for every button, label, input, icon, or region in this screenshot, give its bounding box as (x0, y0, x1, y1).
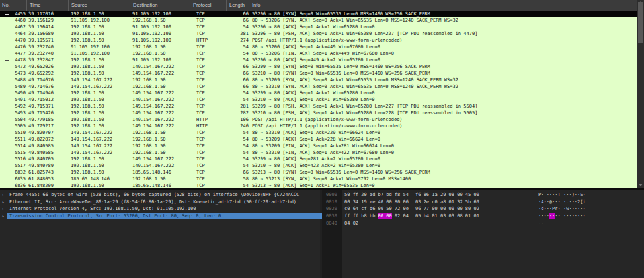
packet-row[interactable]: 549249.715371192.168.1.50149.154.167.222… (0, 103, 637, 110)
cell-info: 53209 → 80 [ACK] Seq=1 Ack=1 Win=65280 L… (249, 90, 637, 96)
packet-row[interactable]: 683561.848053185.65.148.146192.168.1.50T… (0, 176, 637, 182)
expand-arrow-icon[interactable]: ▸ (2, 191, 5, 199)
scrollbar-down-arrow-icon[interactable] (639, 184, 643, 186)
column-header-time[interactable]: Time (26, 0, 68, 11)
packet-row[interactable]: 548849.714676149.154.167.222192.168.1.50… (0, 77, 637, 83)
ascii-group: ········ (538, 213, 561, 220)
cell-protocol: TCP (190, 44, 226, 50)
cell-info: 80 → 53213 [SYN, ACK] Seq=0 Ack=1 Win=57… (249, 176, 637, 182)
cell-destination: 149.154.167.222 (130, 116, 190, 123)
cell-length: 58 (226, 176, 249, 182)
packet-row-selected[interactable]: 445539.117016192.168.1.5091.105.192.100T… (0, 11, 637, 17)
hex-offset: 0030 (326, 213, 337, 220)
packet-list-scrollbar[interactable] (637, 0, 644, 188)
cell-length: 54 (226, 57, 249, 63)
packet-row[interactable]: 683261.825743192.168.1.50185.65.148.146T… (0, 169, 637, 176)
cell-no: 5505 (0, 123, 26, 129)
cell-time: 39.195571 (26, 37, 68, 44)
cell-time: 61.848053 (26, 176, 68, 182)
detail-row[interactable]: ▸Frame 4455: 66 bytes on wire (528 bits)… (0, 191, 320, 199)
packet-row[interactable]: 447039.195571192.168.1.5091.105.192.100H… (0, 37, 637, 44)
packet-row[interactable]: 447839.232847192.168.1.5091.105.192.100T… (0, 57, 637, 63)
expand-arrow-icon[interactable]: ▸ (2, 205, 5, 213)
packet-row[interactable]: 549349.715426192.168.1.50149.154.167.222… (0, 110, 637, 116)
cell-length: 54 (226, 182, 249, 188)
column-header-no[interactable]: No. (0, 0, 26, 11)
column-header-length[interactable]: Length (226, 0, 249, 11)
cell-info: 53209 → 80 [SYN] Seq=0 Win=65535 Len=0 M… (249, 63, 637, 70)
packet-row[interactable]: 551449.840585149.154.167.222192.168.1.50… (0, 143, 637, 149)
packet-row[interactable]: 446439.156689192.168.1.5091.105.192.100T… (0, 30, 637, 37)
packet-row[interactable]: 551549.840585149.154.167.222192.168.1.50… (0, 149, 637, 156)
hex-row[interactable]: 0020c0 64 cf d6 00 50 72 0e96 77 00 00 0… (322, 205, 644, 213)
column-header-protocol[interactable]: Protocol (190, 0, 226, 11)
cell-time: 49.715426 (26, 110, 68, 116)
hex-bytes-group: 04 02 (344, 220, 358, 227)
cell-info: 80 → 53206 [SYN, ACK] Seq=0 Ack=1 Win=65… (249, 17, 637, 24)
cell-destination: 149.154.167.222 (130, 63, 190, 70)
detail-row-text: Internet Protocol Version 4, Src: 192.16… (9, 205, 196, 213)
hex-offset: 0000 (326, 191, 337, 199)
packet-row[interactable]: 550449.779185192.168.1.50149.154.167.222… (0, 116, 637, 123)
packet-row[interactable]: 549149.715012192.168.1.50149.154.167.222… (0, 96, 637, 103)
column-header-info[interactable]: Info (249, 0, 637, 11)
cell-time: 49.840789 (26, 162, 68, 169)
cell-destination: 91.105.192.100 (130, 57, 190, 63)
cell-no: 6835 (0, 176, 26, 182)
hex-row[interactable]: 000050 ff 20 ad b7 bd f8 54f6 86 1a 29 0… (322, 191, 644, 199)
packet-row[interactable]: 551049.820707149.154.167.222192.168.1.50… (0, 129, 637, 136)
cell-time: 49.779217 (26, 123, 68, 129)
packet-row[interactable]: 447639.23274091.105.192.100192.168.1.50T… (0, 44, 637, 50)
cell-destination: 149.154.167.222 (130, 156, 190, 162)
hex-row[interactable]: 001000 34 19 ee 40 00 80 0603 2e c0 a8 0… (322, 199, 644, 206)
cell-protocol: TCP (190, 30, 226, 37)
packet-row[interactable]: 683661.848209192.168.1.50185.65.148.146T… (0, 182, 637, 188)
cell-protocol: TCP (190, 63, 226, 70)
cell-protocol: HTTP (190, 37, 226, 44)
cell-protocol: HTTP (190, 123, 226, 129)
cell-length: 246 (226, 123, 249, 129)
scrollbar-thumb[interactable] (638, 2, 643, 43)
cell-source: 192.168.1.50 (68, 70, 130, 77)
detail-row[interactable]: ▸Ethernet II, Src: AzureWaveTec_86:1a:29… (0, 199, 320, 206)
expand-arrow-icon[interactable]: ▸ (2, 213, 5, 220)
packet-row[interactable]: 550549.779217192.168.1.50149.154.167.222… (0, 123, 637, 129)
column-header-destination[interactable]: Destination (130, 0, 190, 11)
hex-bytes-group: 00 34 19 ee 40 00 80 06 (344, 199, 409, 206)
packet-row[interactable]: 447739.23274091.105.192.100192.168.1.50T… (0, 50, 637, 57)
cell-source: 149.154.167.222 (68, 77, 130, 83)
hex-row[interactable]: 004004 02·· (322, 220, 644, 227)
cell-source: 192.168.1.50 (68, 116, 130, 123)
packet-row[interactable]: 551149.822072149.154.167.222192.168.1.50… (0, 136, 637, 143)
packet-row[interactable]: 446239.156414192.168.1.5091.105.192.100T… (0, 24, 637, 30)
packet-row[interactable]: 551749.840789192.168.1.50149.154.167.222… (0, 162, 637, 169)
cell-source: 192.168.1.50 (68, 110, 130, 116)
packet-row[interactable]: 549049.714946192.168.1.50149.154.167.222… (0, 90, 637, 96)
packet-row[interactable]: 551649.840705192.168.1.50149.154.167.222… (0, 156, 637, 162)
cell-source: 192.168.1.50 (68, 63, 130, 70)
hex-bytes-group: c0 64 cf d6 00 50 72 0e (344, 205, 409, 213)
cell-time: 39.117016 (26, 11, 68, 17)
packet-row[interactable]: 547249.652026192.168.1.50149.154.167.222… (0, 63, 637, 70)
cell-length: 66 (226, 63, 249, 70)
cell-source: 91.105.192.100 (68, 17, 130, 24)
detail-row[interactable]: ▸Internet Protocol Version 4, Src: 192.1… (0, 205, 320, 213)
cell-no: 5491 (0, 96, 26, 103)
packet-row[interactable]: 547349.652292192.168.1.50149.154.167.222… (0, 70, 637, 77)
cell-protocol: TCP (190, 129, 226, 136)
detail-row-selected[interactable]: ▸Transmission Control Protocol, Src Port… (0, 213, 320, 220)
ascii-group: P· ····T (538, 191, 561, 199)
column-header-source[interactable]: Source (68, 0, 130, 11)
cell-no: 5488 (0, 77, 26, 83)
cell-info: 80 → 53206 [ACK] Seq=1 Ack=449 Win=67680… (249, 44, 637, 50)
cell-time: 39.232740 (26, 50, 68, 57)
cell-source: 192.168.1.50 (68, 11, 130, 17)
hex-row[interactable]: 0030ff ff b8 bb 00 00 02 0405 b4 01 03 0… (322, 213, 644, 220)
expand-arrow-icon[interactable]: ▸ (2, 199, 5, 206)
packet-row[interactable]: 446039.15612991.105.192.100192.168.1.50T… (0, 17, 637, 24)
packet-row[interactable]: 548949.714676149.154.167.222192.168.1.50… (0, 83, 637, 90)
ascii-group: ·w······ (563, 205, 586, 213)
cell-time: 49.652292 (26, 70, 68, 77)
cell-source: 91.105.192.100 (68, 44, 130, 50)
packet-list-header[interactable]: No.TimeSourceDestinationProtocolLengthIn… (0, 0, 637, 11)
